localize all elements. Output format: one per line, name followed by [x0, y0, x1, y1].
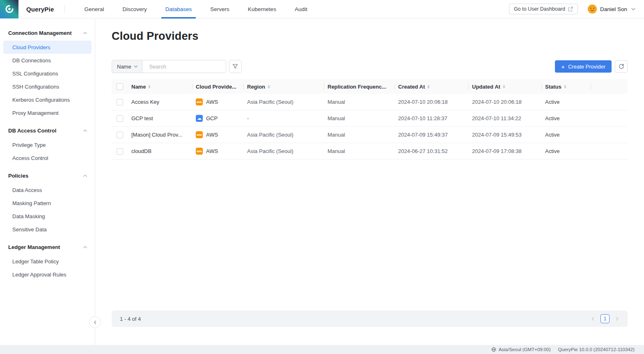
- column-label: Name: [131, 84, 146, 90]
- search-box: [142, 60, 226, 73]
- sort-icon: [503, 85, 505, 89]
- sidebar-header-policies[interactable]: Policies: [0, 170, 95, 181]
- sidebar-item-privilege-type[interactable]: Privilege Type: [3, 138, 92, 151]
- row-checkbox[interactable]: [117, 115, 123, 122]
- cell-name: GCP test: [128, 115, 193, 121]
- sort-icon: [268, 85, 270, 89]
- cell-created-at: 2024-07-09 15:49:37: [395, 132, 469, 138]
- sidebar-collapse-button[interactable]: [89, 316, 101, 328]
- tab-servers[interactable]: Servers: [210, 0, 229, 18]
- column-header-replication-frequency[interactable]: Replication Frequenc...: [324, 79, 395, 94]
- pagination: 1: [591, 314, 619, 323]
- cell-region: Asia Pacific (Seoul): [244, 132, 324, 138]
- sidebar-item-cloud-providers[interactable]: Cloud Providers: [3, 41, 92, 54]
- table-row[interactable]: cloudDB aws AWS Asia Pacific (Seoul) Man…: [112, 143, 628, 160]
- aws-icon: aws: [196, 98, 203, 105]
- sidebar-item-ssh-configurations[interactable]: SSH Configurations: [3, 80, 92, 93]
- refresh-button[interactable]: [615, 60, 628, 73]
- querypie-logo[interactable]: [0, 0, 18, 18]
- sidebar-item-sensitive-data[interactable]: Sensitive Data: [3, 223, 92, 236]
- sidebar-item-ssl-configurations[interactable]: SSL Configurations: [3, 67, 92, 80]
- tab-discovery[interactable]: Discovery: [123, 0, 147, 18]
- sidebar-section-policies: Policies Data Access Masking Pattern Dat…: [0, 170, 95, 236]
- chevron-down-icon[interactable]: [631, 7, 636, 11]
- row-checkbox[interactable]: [117, 148, 123, 155]
- tab-databases[interactable]: Databases: [165, 0, 192, 18]
- search-group: Name: [112, 60, 226, 73]
- sidebar-header-connection-management[interactable]: Connection Management: [0, 27, 95, 38]
- cell-replication: Manual: [324, 148, 395, 154]
- cell-replication: Manual: [324, 115, 395, 121]
- cell-name: cloudDB: [128, 148, 193, 154]
- status-badge: Active: [542, 132, 591, 138]
- column-label: Created At: [398, 84, 425, 90]
- status-badge: Active: [542, 99, 591, 105]
- column-header-created-at[interactable]: Created At: [395, 79, 469, 94]
- logo-swirl-icon: [5, 4, 14, 14]
- row-checkbox[interactable]: [117, 99, 123, 105]
- table-empty-area: [112, 160, 628, 311]
- status-bar: Asia/Seoul (GMT+09:00) QueryPie 10.0.0 (…: [0, 345, 644, 354]
- sidebar-item-masking-pattern[interactable]: Masking Pattern: [3, 196, 92, 210]
- user-name[interactable]: Daniel Son: [600, 6, 627, 12]
- sort-icon: [148, 85, 151, 89]
- section-title: Ledger Management: [8, 244, 60, 250]
- cell-replication: Manual: [324, 99, 395, 105]
- column-header-name[interactable]: Name: [128, 79, 193, 94]
- tab-general[interactable]: General: [84, 0, 104, 18]
- sidebar-item-data-masking[interactable]: Data Masking: [3, 210, 92, 223]
- cell-cloud-provider: ☁ GCP: [193, 115, 244, 122]
- sidebar-item-kerberos-configurations[interactable]: Kerberos Configurations: [3, 93, 92, 106]
- filter-button[interactable]: [229, 60, 242, 73]
- user-avatar[interactable]: [588, 5, 597, 14]
- column-label: Cloud Provide...: [196, 84, 236, 90]
- cell-updated-at: 2024-07-09 17:08:38: [469, 148, 542, 154]
- cell-created-at: 2024-06-27 10:31:52: [395, 148, 469, 154]
- sidebar-item-ledger-table-policy[interactable]: Ledger Table Policy: [3, 255, 92, 268]
- sidebar-item-proxy-management[interactable]: Proxy Management: [3, 106, 92, 119]
- provider-label: AWS: [206, 148, 218, 154]
- row-checkbox[interactable]: [117, 132, 123, 138]
- column-label: Replication Frequenc...: [328, 84, 386, 90]
- previous-page-button[interactable]: [591, 316, 596, 321]
- chevron-up-icon: [83, 128, 87, 133]
- create-provider-button[interactable]: + Create Provider: [555, 60, 612, 73]
- chevron-right-icon: [614, 316, 619, 321]
- tab-kubernetes[interactable]: Kubernetes: [248, 0, 276, 18]
- table-row[interactable]: [Mason] Cloud Prov... aws AWS Asia Pacif…: [112, 127, 628, 143]
- sidebar-item-ledger-approval-rules[interactable]: Ledger Approval Rules: [3, 268, 92, 281]
- sidebar-item-db-connections[interactable]: DB Connections: [3, 54, 92, 67]
- header-checkbox-cell: [112, 79, 128, 94]
- next-page-button[interactable]: [614, 316, 619, 321]
- table-row[interactable]: Access Key aws AWS Asia Pacific (Seoul) …: [112, 94, 628, 110]
- column-label: Status: [545, 84, 561, 90]
- page-number-button[interactable]: 1: [600, 314, 610, 323]
- go-to-user-dashboard-button[interactable]: Go to User Dashboard: [509, 4, 578, 14]
- tab-audit[interactable]: Audit: [295, 0, 307, 18]
- status-badge: Active: [542, 148, 591, 154]
- timezone-text: Asia/Seoul (GMT+09:00): [499, 347, 551, 352]
- app-window: QueryPie General Discovery Databases Ser…: [0, 0, 644, 354]
- cell-region: Asia Pacific (Seoul): [244, 148, 324, 154]
- version-text: QueryPie 10.0.0 (20240712-110342): [558, 347, 635, 352]
- refresh-icon: [619, 64, 624, 69]
- sidebar-item-access-control[interactable]: Access Control: [3, 151, 92, 164]
- search-input[interactable]: [149, 64, 222, 70]
- globe-icon: [491, 347, 496, 352]
- column-header-updated-at[interactable]: Updated At: [469, 79, 542, 94]
- chevron-up-icon: [83, 31, 87, 35]
- status-badge: Active: [542, 115, 591, 121]
- column-header-status[interactable]: Status: [542, 79, 591, 94]
- chevron-left-icon: [93, 320, 98, 325]
- sidebar-header-db-access-control[interactable]: DB Access Control: [0, 125, 95, 136]
- cell-updated-at: 2024-07-10 20:06:18: [469, 99, 542, 105]
- search-field-selector[interactable]: Name: [112, 60, 142, 73]
- column-header-region[interactable]: Region: [244, 79, 324, 94]
- sidebar-header-ledger-management[interactable]: Ledger Management: [0, 242, 95, 252]
- table-row[interactable]: GCP test ☁ GCP - Manual 2024-07-10 11:28…: [112, 110, 628, 127]
- column-header-cloud-provider[interactable]: Cloud Provide...: [193, 79, 244, 94]
- select-all-checkbox[interactable]: [117, 83, 123, 90]
- cell-name: [Mason] Cloud Prov...: [128, 132, 193, 138]
- brand-name: QueryPie: [26, 6, 54, 13]
- sidebar-item-data-access[interactable]: Data Access: [3, 183, 92, 196]
